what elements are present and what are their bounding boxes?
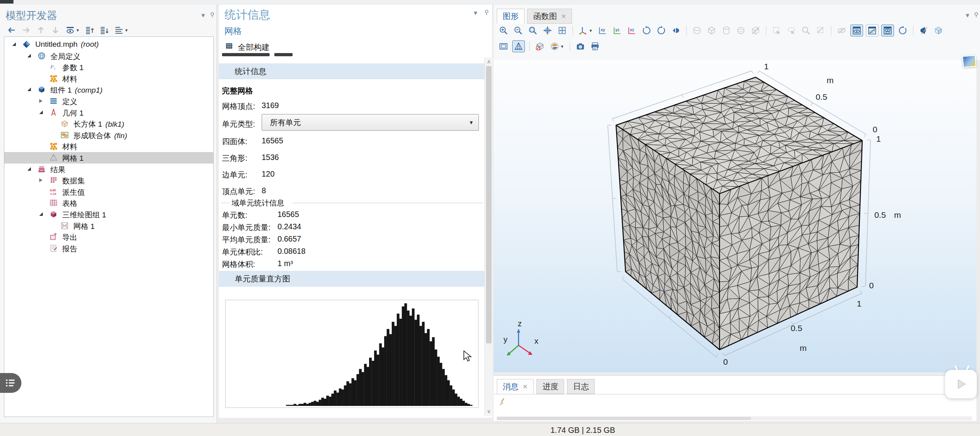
move-up-icon[interactable]	[35, 25, 47, 36]
tree-item-全局定义[interactable]: 全局定义	[4, 50, 213, 62]
tree-item-Untitled.mph[interactable]: Untitled.mph(root)	[4, 39, 213, 50]
rotate-ccw-icon[interactable]	[641, 25, 653, 36]
select-lasso-icon[interactable]	[785, 25, 797, 36]
appearance-icon[interactable]: ▼	[549, 41, 565, 52]
transparency-icon[interactable]	[534, 41, 546, 52]
side-menu-button[interactable]	[0, 373, 21, 393]
zoom-out-icon[interactable]	[512, 25, 524, 36]
collapse-arrow-icon[interactable]	[12, 42, 16, 46]
show-all-icon[interactable]	[850, 25, 863, 36]
back-icon[interactable]	[6, 25, 17, 36]
stat-label: 网格顶点:	[222, 101, 255, 112]
hscroll-thumb[interactable]	[497, 417, 751, 420]
recorder-play-button[interactable]	[945, 370, 977, 398]
panel-collapse-icon[interactable]: ▼	[473, 10, 479, 16]
tree-item-表格[interactable]: 表格	[4, 197, 213, 209]
collapse-arrow-icon[interactable]	[39, 110, 43, 114]
expand-all-icon[interactable]	[84, 25, 96, 36]
build-all-button[interactable]: 全部构建	[238, 42, 270, 53]
messages-tab-消息[interactable]: 消息✕	[497, 379, 534, 394]
tree-item-结果[interactable]: 结果	[4, 164, 213, 175]
show-icon[interactable]: ▼	[64, 25, 81, 36]
view-xy-icon[interactable]: xy	[597, 25, 609, 36]
messages-tab-日志[interactable]: 日志	[567, 379, 595, 394]
tree-item-数据集[interactable]: 数据集	[4, 175, 213, 186]
select-box-icon[interactable]	[771, 25, 783, 36]
tree-item-几何 1[interactable]: 几何 1	[4, 107, 213, 118]
tree-item-三维绘图组 1[interactable]: 三维绘图组 1	[4, 209, 213, 220]
scene-light-icon[interactable]	[918, 25, 930, 36]
zoom-extents-icon[interactable]	[542, 25, 553, 36]
tree-item-材料[interactable]: 材料	[4, 141, 213, 152]
graphics-viewport[interactable]: 1m0.5010.5m010.5m0zyx	[494, 60, 976, 372]
clip-plane-icon[interactable]	[691, 25, 703, 36]
collapse-arrow-icon[interactable]	[27, 54, 31, 57]
tree-item-定义[interactable]: 定义	[4, 95, 213, 107]
reset-hiding-icon[interactable]	[897, 25, 909, 36]
expand-arrow-icon[interactable]	[39, 99, 42, 103]
section-header-histogram[interactable]: 单元质量直方图	[219, 271, 484, 287]
tree-item-参数 1[interactable]: Pi参数 1	[4, 61, 213, 73]
rotate-cw-icon[interactable]	[655, 25, 667, 36]
mesh-rendering-icon[interactable]	[512, 40, 525, 52]
deselect-icon[interactable]	[815, 25, 827, 36]
hide-selected-icon[interactable]	[836, 25, 848, 36]
snapshot-icon[interactable]	[574, 41, 586, 52]
tree-item-派生值[interactable]: 8.85e-12派生值	[4, 186, 213, 198]
clip-cylinder-icon[interactable]	[720, 25, 732, 36]
collapse-all-icon[interactable]	[98, 25, 110, 36]
graphics-tab-函数图[interactable]: 函数图✕	[527, 9, 572, 24]
messages-hscrollbar[interactable]	[497, 417, 972, 420]
chevron-down-icon: ▼	[469, 120, 474, 126]
tree-item-label: 三维绘图组 1	[62, 210, 106, 220]
tree-item-长方体 1[interactable]: 长方体 1(blk1)	[4, 118, 213, 129]
pan-icon[interactable]	[556, 25, 568, 36]
expand-arrow-icon[interactable]	[39, 178, 42, 182]
move-down-icon[interactable]	[50, 25, 61, 36]
collapse-arrow-icon[interactable]	[39, 212, 43, 216]
clip-sphere-icon[interactable]	[735, 25, 747, 36]
tree-item-材料[interactable]: 材料	[4, 73, 213, 84]
scroll-down-icon[interactable]: ∨	[485, 408, 493, 414]
pin-icon[interactable]: ⚲	[484, 9, 489, 16]
view-frame-icon[interactable]	[498, 41, 509, 52]
tree-item-报告[interactable]: 报告	[4, 243, 213, 254]
print-icon[interactable]	[589, 41, 601, 52]
panel-collapse-icon[interactable]: ▼	[200, 12, 206, 19]
axis-orientation-icon[interactable]: ▼	[577, 25, 594, 36]
tree-item-网格 1[interactable]: 网格 1	[4, 152, 213, 164]
zoom-in-icon[interactable]	[498, 25, 509, 36]
scrollbar-thumb[interactable]	[486, 66, 492, 343]
clip-off-icon[interactable]	[750, 25, 762, 36]
tree-item-组件 1[interactable]: 组件 1(comp1)	[4, 84, 213, 95]
environment-icon[interactable]	[932, 25, 944, 36]
tree-item-导出[interactable]: 导出	[4, 231, 213, 243]
show-in-view-icon[interactable]	[881, 25, 894, 36]
pin-icon[interactable]: ⚲	[210, 11, 214, 18]
forward-icon[interactable]	[20, 25, 32, 36]
clear-messages-icon[interactable]	[498, 398, 507, 408]
close-icon[interactable]: ✕	[523, 383, 528, 390]
graphics-tab-图形[interactable]: 图形	[497, 9, 524, 24]
view-xz-icon[interactable]: xz	[626, 25, 638, 36]
section-header-statistics[interactable]: 统计信息	[219, 63, 484, 79]
settings-scrollbar[interactable]: ∧ ∨	[484, 57, 493, 416]
tree-item-网格 1[interactable]: 网格 1	[4, 220, 213, 232]
screen-share-icon[interactable]	[962, 55, 976, 68]
panel-collapse-icon[interactable]: ▼	[965, 12, 970, 19]
zoom-selected-icon[interactable]	[800, 25, 812, 36]
default-view-icon[interactable]	[670, 25, 682, 36]
messages-tab-进度[interactable]: 进度	[536, 379, 564, 394]
close-icon[interactable]: ✕	[561, 13, 566, 20]
pin-icon[interactable]: ⚲	[974, 11, 978, 18]
node-text-icon[interactable]: ▼	[113, 25, 130, 36]
scroll-up-icon[interactable]: ∧	[485, 59, 493, 65]
clip-box-icon[interactable]	[706, 25, 718, 36]
zoom-box-icon[interactable]	[527, 25, 539, 36]
collapse-arrow-icon[interactable]	[27, 88, 31, 91]
hide-in-view-icon[interactable]	[866, 25, 879, 36]
collapse-arrow-icon[interactable]	[27, 167, 31, 171]
element-type-select[interactable]: 所有单元 ▼	[262, 114, 479, 131]
tree-item-形成联合体[interactable]: 形成联合体(fin)	[4, 129, 213, 141]
view-yz-icon[interactable]: yz	[611, 25, 623, 36]
